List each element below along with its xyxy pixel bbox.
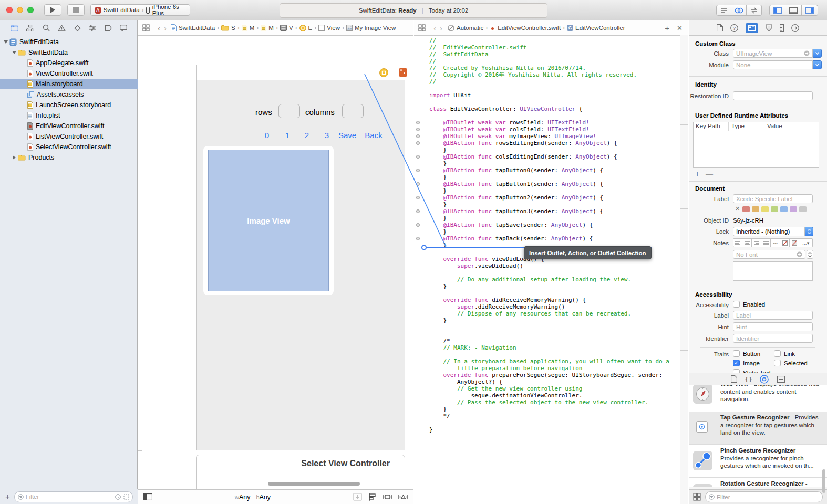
project-navigator-icon[interactable] — [11, 25, 18, 32]
library-filter-field[interactable]: Filter — [705, 491, 823, 502]
library-item-pinch-gesture-recognizer[interactable]: Pinch Gesture Recognizer - Provides a re… — [689, 445, 827, 477]
breadcrumb-item[interactable]: V — [280, 25, 293, 31]
embed-in-stack-icon[interactable] — [353, 493, 362, 501]
file-tree-item-swifteditdata[interactable]: SwiftEditData — [0, 47, 138, 58]
disclosure-triangle[interactable] — [4, 40, 8, 44]
standard-editor-button[interactable] — [716, 5, 731, 16]
issue-navigator-icon[interactable] — [58, 25, 66, 32]
disclosure-triangle[interactable] — [12, 51, 16, 54]
back-button[interactable]: ‹ — [158, 24, 160, 33]
library-scrollbar[interactable] — [822, 469, 825, 493]
connections-inspector-tab[interactable] — [791, 24, 799, 32]
object-library-tab[interactable] — [760, 375, 769, 384]
file-tree-item-assets-xcassets[interactable]: Assets.xcassets — [0, 89, 138, 100]
columns-field[interactable] — [342, 104, 364, 118]
scene-button-save[interactable]: Save — [338, 131, 356, 140]
scheme-selector[interactable]: A SwiftEditData › iPhone 6s Plus — [90, 4, 190, 16]
connection-well[interactable] — [416, 209, 420, 213]
file-tree-item-launchscreen-storyboard[interactable]: LaunchScreen.storyboard — [0, 100, 138, 110]
breadcrumb-symbol[interactable]: EditViewController — [575, 25, 625, 31]
connection-well[interactable] — [416, 128, 420, 131]
attributes-inspector-tab[interactable] — [766, 24, 772, 32]
library-item-tap-gesture-recognizer[interactable]: Tap Gesture Recognizer - Provides a reco… — [689, 412, 827, 444]
breadcrumb-item[interactable]: M — [242, 25, 255, 32]
disclosure-triangle[interactable] — [13, 155, 16, 160]
connection-well[interactable] — [416, 196, 420, 200]
canvas-horizontal-scrollbar[interactable] — [268, 482, 360, 486]
connection-well[interactable] — [416, 237, 420, 240]
toggle-navigator-button[interactable] — [769, 5, 785, 16]
grid-view-icon[interactable] — [693, 493, 701, 501]
connection-well[interactable] — [416, 134, 420, 138]
stop-button[interactable] — [67, 4, 85, 16]
related-items-icon[interactable] — [418, 24, 426, 32]
trait-checkbox-selected[interactable] — [774, 360, 781, 366]
file-tree-item-editviewcontroller-swift[interactable]: EditViewController.swift — [0, 121, 138, 131]
breadcrumb-automatic[interactable]: Automatic — [457, 25, 483, 31]
view-controller-dock-icon[interactable] — [379, 68, 388, 77]
test-navigator-icon[interactable] — [74, 25, 81, 32]
breakpoint-navigator-icon[interactable] — [105, 25, 112, 32]
add-assistant-editor-button[interactable]: + — [665, 24, 669, 33]
file-tree-item-viewcontroller-swift[interactable]: ViewController.swift — [0, 68, 138, 79]
report-navigator-icon[interactable] — [120, 25, 127, 32]
connection-well[interactable] — [416, 155, 420, 159]
rows-field[interactable] — [278, 104, 300, 118]
zoom-window-button[interactable] — [27, 7, 34, 13]
pin-icon[interactable] — [383, 493, 392, 501]
breadcrumb-item[interactable]: E — [299, 25, 313, 32]
connection-well[interactable] — [416, 182, 420, 186]
symbol-navigator-icon[interactable] — [26, 25, 34, 32]
trait-checkbox-button[interactable] — [733, 350, 740, 357]
minimize-window-button[interactable] — [17, 7, 23, 13]
back-button[interactable]: ‹ — [433, 24, 436, 33]
connection-well[interactable] — [416, 169, 420, 172]
file-template-library-tab[interactable] — [731, 375, 737, 383]
file-tree-item-info-plist[interactable]: Info.plist — [0, 110, 138, 121]
code-snippet-library-tab[interactable]: { } — [746, 376, 752, 382]
size-inspector-tab[interactable] — [780, 24, 784, 32]
clock-icon[interactable] — [115, 494, 121, 500]
file-tree-item-main-storyboard[interactable]: Main.storyboard — [0, 79, 138, 89]
forward-button[interactable]: › — [440, 24, 442, 33]
document-outline-toggle-icon[interactable] — [143, 494, 152, 500]
connection-well[interactable] — [416, 141, 420, 145]
scope-icon[interactable] — [123, 494, 129, 500]
file-tree-item-selectviewcontroller-swift[interactable]: SelectViewController.swift — [0, 142, 138, 152]
breadcrumb-item[interactable]: SwiftEditData — [171, 24, 215, 32]
breadcrumb-item[interactable]: My Image View — [346, 25, 396, 31]
trait-checkbox-link[interactable] — [774, 350, 781, 357]
scene-button-2[interactable]: 2 — [305, 131, 309, 140]
search-navigator-icon[interactable] — [43, 24, 50, 32]
size-class-h-value[interactable]: Any — [260, 494, 271, 501]
add-button[interactable]: + — [5, 492, 10, 501]
edit-scene-view[interactable]: rows columns 0123SaveBack Image View — [196, 80, 405, 450]
code-area[interactable]: //// EditViewController.swift// SwiftEdi… — [414, 35, 688, 433]
toggle-debug-area-button[interactable] — [785, 5, 802, 16]
scene-button-3[interactable]: 3 — [325, 131, 329, 140]
file-tree-item-products[interactable]: Products — [0, 152, 138, 163]
edit-scene[interactable]: rows columns 0123SaveBack Image View — [196, 65, 405, 450]
toggle-utilities-button[interactable] — [802, 5, 818, 16]
assistant-editor-button[interactable] — [731, 5, 747, 16]
run-button[interactable] — [44, 4, 61, 16]
breadcrumb-item[interactable]: View — [318, 25, 340, 31]
connection-well[interactable] — [416, 223, 420, 227]
file-tree-item-swifteditdata[interactable]: SwiftEditData — [0, 37, 138, 47]
forward-button[interactable]: › — [164, 24, 167, 33]
file-inspector-tab[interactable] — [717, 24, 723, 32]
image-view[interactable]: Image View — [208, 150, 329, 291]
breadcrumb-item[interactable]: M — [261, 25, 274, 32]
navigator-filter-field[interactable]: Filter — [14, 491, 133, 502]
media-library-tab[interactable] — [777, 376, 785, 383]
trait-checkbox-image[interactable]: ✓ — [733, 360, 740, 366]
connection-well[interactable] — [416, 121, 420, 124]
align-icon[interactable] — [368, 493, 377, 501]
library-item-web-view[interactable]: Web View - Displays embedded web content… — [689, 385, 827, 411]
close-window-button[interactable] — [6, 7, 13, 13]
debug-navigator-icon[interactable] — [89, 25, 96, 32]
file-tree-item-appdelegate-swift[interactable]: AppDelegate.swift — [0, 58, 138, 68]
library-item-rotation-gesture-recognizer[interactable]: Rotation Gesture Recognizer - — [689, 478, 827, 487]
size-class-w-value[interactable]: Any — [239, 494, 251, 501]
scene-button-1[interactable]: 1 — [285, 131, 290, 140]
